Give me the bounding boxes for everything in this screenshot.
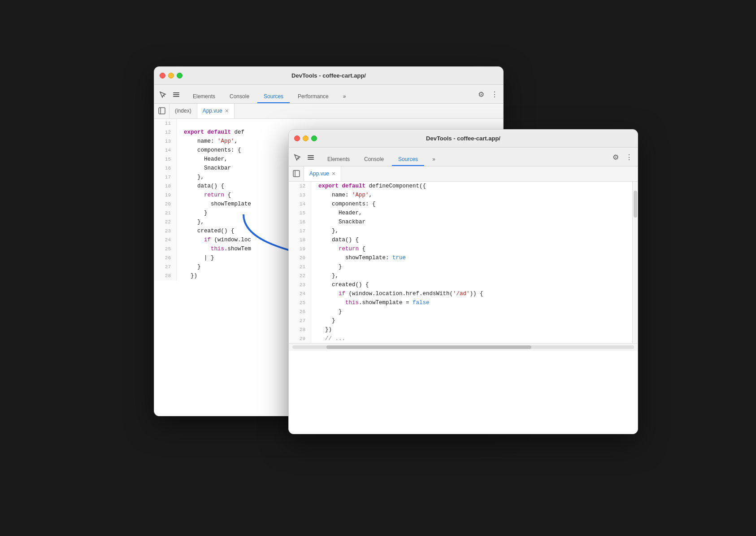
gear-icon-back[interactable]: ⚙ [476, 90, 486, 100]
appvue-tab-close-front[interactable]: × [332, 170, 335, 177]
maximize-button-back[interactable] [177, 73, 182, 78]
ln-13-front: 13 [294, 191, 305, 200]
ln-23-back: 23 [160, 227, 171, 235]
ln-27-back: 27 [160, 262, 171, 271]
minimize-button-front[interactable] [303, 135, 308, 141]
sidebar-toggle-front[interactable] [289, 166, 304, 181]
window-title-front: DevTools - coffee-cart.app/ [426, 135, 500, 142]
devtools-icons-back [158, 90, 181, 103]
gear-icon-front[interactable]: ⚙ [611, 153, 621, 162]
ln-22-back: 22 [160, 218, 171, 227]
scrollbar-thumb-vertical[interactable] [634, 191, 637, 218]
code-line-23-front: created() { [318, 280, 625, 289]
index-tab-back[interactable]: (index) [169, 104, 197, 118]
code-line-27-front: } [318, 316, 625, 325]
ln-28-front: 28 [294, 325, 305, 334]
tab-performance-back[interactable]: Performance [291, 91, 335, 103]
ln-11-back: 11 [160, 119, 171, 128]
ln-22-front: 22 [294, 271, 305, 280]
code-line-17-front: }, [318, 227, 625, 235]
code-line-15-front: Header, [318, 209, 625, 218]
title-bar-front: DevTools - coffee-cart.app/ [289, 130, 638, 148]
tab-bar-front: Elements Console Sources » ⚙ ⋮ [289, 148, 638, 166]
code-line-12-front: export default defineComponent({ [318, 182, 625, 191]
code-area-front: 12 13 14 15 16 17 18 19 20 21 22 23 24 2… [289, 182, 638, 434]
ln-12-front: 12 [294, 182, 305, 191]
ln-27-front: 27 [294, 316, 305, 325]
ln-16-front: 16 [294, 218, 305, 227]
code-line-28-front: }) [318, 325, 625, 334]
code-line-22-front: }, [318, 271, 625, 280]
tab-elements-front[interactable]: Elements [321, 153, 356, 166]
appvue-tab-label-front: App.vue [309, 170, 329, 177]
traffic-lights-front [294, 135, 317, 141]
ln-23-front: 23 [294, 280, 305, 289]
dots-icon-front[interactable]: ⋮ [624, 153, 634, 162]
code-line-13-front: name: 'App', [318, 191, 625, 200]
sidebar-toggle-back[interactable] [154, 103, 169, 118]
code-body-front: 12 13 14 15 16 17 18 19 20 21 22 23 24 2… [289, 182, 638, 434]
traffic-lights-back [160, 73, 182, 78]
layers-icon-back[interactable] [171, 90, 181, 100]
appvue-tab-back[interactable]: App.vue × [197, 104, 235, 118]
tab-console-front[interactable]: Console [358, 153, 390, 166]
ln-17-front: 17 [294, 227, 305, 235]
file-tab-bar-front: App.vue × [289, 166, 638, 182]
maximize-button-front[interactable] [311, 135, 317, 141]
tab-console-back[interactable]: Console [223, 91, 256, 103]
code-lines-front: export default defineComponent({ name: '… [311, 182, 632, 343]
tab-more-back[interactable]: » [337, 91, 352, 103]
tab-sources-front[interactable]: Sources [392, 153, 424, 166]
code-line-21-front: } [318, 262, 625, 271]
ln-14-front: 14 [294, 200, 305, 209]
title-bar-back: DevTools - coffee-cart.app/ [154, 67, 503, 85]
svg-rect-0 [173, 92, 179, 93]
window-title-back: DevTools - coffee-cart.app/ [291, 72, 366, 79]
ln-24-back: 24 [160, 235, 171, 244]
code-line-19-front: return { [318, 244, 625, 253]
tab-bar-right-front: ⚙ ⋮ [611, 153, 634, 166]
ln-25-back: 25 [160, 244, 171, 253]
tab-sources-back[interactable]: Sources [257, 91, 290, 103]
close-button-front[interactable] [294, 135, 300, 141]
tab-more-front[interactable]: » [426, 153, 442, 166]
ln-15-front: 15 [294, 209, 305, 218]
ln-20-front: 20 [294, 253, 305, 262]
ln-28-back: 28 [160, 271, 171, 280]
code-content-front: 12 13 14 15 16 17 18 19 20 21 22 23 24 2… [289, 182, 638, 343]
appvue-tab-label-back: App.vue [203, 108, 222, 114]
horizontal-scrollbar-thumb[interactable] [326, 345, 531, 349]
dots-icon-back[interactable]: ⋮ [490, 90, 500, 100]
vertical-scrollbar-front[interactable] [632, 182, 638, 343]
tab-elements-back[interactable]: Elements [187, 91, 222, 103]
ln-17-back: 17 [160, 173, 171, 182]
svg-rect-7 [308, 157, 314, 158]
devtools-icons-front [292, 153, 316, 166]
code-line-20-front: showTemplate: true [318, 253, 625, 262]
appvue-tab-close-back[interactable]: × [225, 108, 229, 114]
ln-12-back: 12 [160, 128, 171, 137]
layers-icon-front[interactable] [306, 153, 316, 162]
close-button-back[interactable] [160, 73, 165, 78]
code-line-24-front: if (window.location.href.endsWith('/ad')… [318, 289, 625, 298]
ln-29-front: 29 [294, 334, 305, 343]
code-line-25-front: this.showTemplate = false [318, 298, 625, 307]
ln-26-front: 26 [294, 307, 305, 316]
code-line-11-back [184, 119, 496, 128]
svg-rect-2 [173, 96, 179, 97]
ln-24-front: 24 [294, 289, 305, 298]
appvue-tab-front[interactable]: App.vue × [304, 166, 341, 181]
ln-18-back: 18 [160, 182, 171, 191]
ln-18-front: 18 [294, 235, 305, 244]
svg-rect-9 [293, 170, 300, 177]
ln-15-back: 15 [160, 155, 171, 164]
svg-rect-8 [308, 159, 314, 160]
minimize-button-back[interactable] [168, 73, 174, 78]
horizontal-scrollbar-track[interactable] [292, 345, 634, 349]
cursor-icon-front[interactable] [292, 153, 302, 162]
cursor-icon-back[interactable] [158, 90, 168, 100]
ln-21-front: 21 [294, 262, 305, 271]
horizontal-scrollbar-container [289, 343, 638, 351]
line-numbers-back: 11 12 13 14 15 16 17 18 19 20 21 22 23 2… [154, 119, 177, 280]
devtools-window-front: DevTools - coffee-cart.app/ [288, 129, 638, 434]
